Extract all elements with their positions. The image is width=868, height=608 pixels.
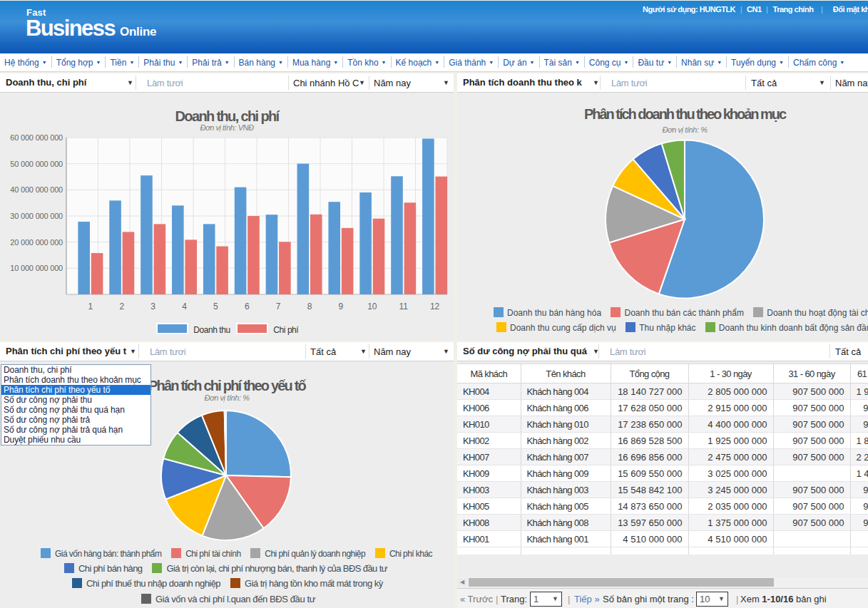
svg-text:40 000 000 000: 40 000 000 000 — [10, 185, 63, 194]
svg-text:1: 1 — [88, 302, 93, 311]
svg-text:3: 3 — [150, 302, 155, 311]
svg-text:10: 10 — [367, 302, 377, 311]
svg-text:4: 4 — [182, 302, 187, 311]
svg-text:6: 6 — [245, 302, 250, 311]
svg-text:10 000 000 000: 10 000 000 000 — [10, 264, 63, 272]
svg-text:60 000 000 000: 60 000 000 000 — [10, 133, 63, 142]
svg-text:2: 2 — [119, 302, 124, 311]
svg-text:5: 5 — [213, 302, 218, 311]
svg-text:20 000 000 000: 20 000 000 000 — [10, 238, 63, 247]
svg-text:8: 8 — [307, 302, 312, 311]
svg-text:30 000 000 000: 30 000 000 000 — [10, 212, 63, 220]
svg-text:9: 9 — [339, 302, 344, 311]
svg-text:11: 11 — [399, 302, 408, 311]
svg-text:50 000 000 000: 50 000 000 000 — [10, 160, 63, 168]
svg-text:12: 12 — [430, 302, 440, 311]
svg-text:7: 7 — [276, 302, 281, 311]
